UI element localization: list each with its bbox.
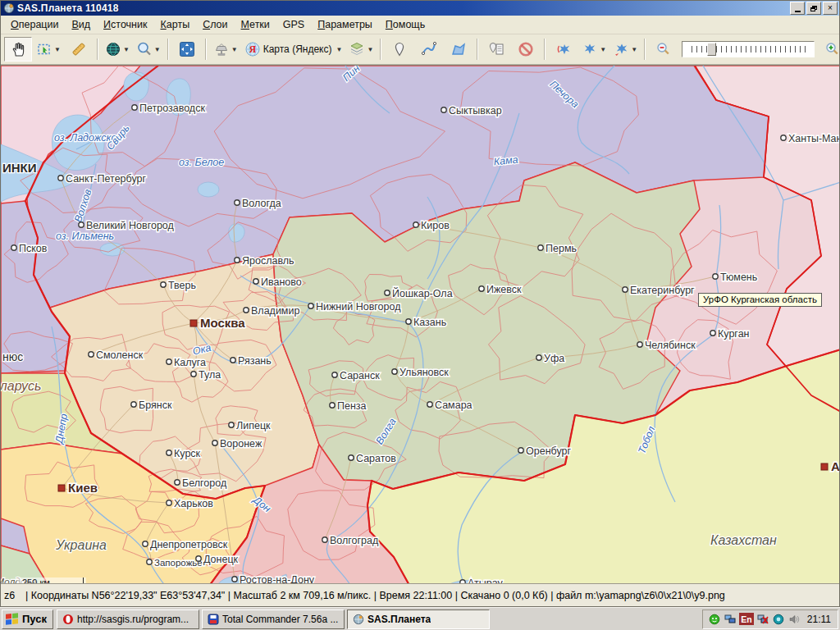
city-marker xyxy=(538,245,543,250)
city-label: Пенза xyxy=(337,400,367,412)
toolbar-separator xyxy=(644,39,646,60)
capital-marker xyxy=(190,320,197,326)
qip-icon[interactable] xyxy=(708,613,721,626)
ruler-button[interactable] xyxy=(65,37,93,62)
city-label: Брянск xyxy=(139,399,172,411)
city-label: Киев xyxy=(68,481,98,495)
start-button[interactable]: Пуск xyxy=(2,609,53,629)
city-label: Ростов-на-Дону xyxy=(240,574,315,584)
taskbar-task-2[interactable]: SAS.Планета xyxy=(347,609,490,629)
city-label: Ижевск xyxy=(486,284,522,295)
menu-item-4[interactable]: Слои xyxy=(196,17,234,32)
menu-item-1[interactable]: Вид xyxy=(65,17,97,32)
no-entry-icon xyxy=(518,41,534,57)
toolbar-separator xyxy=(477,39,478,60)
dropdown-arrow-icon[interactable]: ▼ xyxy=(54,46,61,53)
menu-item-3[interactable]: Карты xyxy=(153,17,196,32)
total-commander-icon xyxy=(208,614,219,625)
search-button[interactable]: ▼ xyxy=(134,37,163,62)
layers-button[interactable]: ▼ xyxy=(346,37,376,62)
map-canvas[interactable]: УкраинаКазахстанБеларусьМолдоваИНКИнюс о… xyxy=(1,66,839,583)
city-marker xyxy=(235,258,240,262)
city-label: А xyxy=(831,459,839,473)
task-label: SAS.Планета xyxy=(368,614,431,625)
taskbar-task-0[interactable]: http://sasgis.ru/program... xyxy=(57,609,199,629)
city-label: Вологда xyxy=(242,198,281,209)
city-label: Харьков xyxy=(174,498,213,509)
toolbar-separator xyxy=(167,39,169,60)
dropdown-arrow-icon[interactable]: ▼ xyxy=(154,46,161,53)
city-marker xyxy=(132,105,137,110)
selection-button[interactable]: ▼ xyxy=(34,37,63,62)
placemark-list-button[interactable] xyxy=(482,37,510,62)
polygon-icon xyxy=(450,41,467,57)
city-marker xyxy=(713,274,718,279)
minimize-icon xyxy=(795,11,801,12)
dropdown-arrow-icon[interactable]: ▼ xyxy=(123,46,130,53)
scale-label: 250 км xyxy=(22,578,50,583)
gps-follow-button[interactable]: ▼ xyxy=(610,37,640,62)
pan-button[interactable] xyxy=(4,37,32,62)
city-marker xyxy=(427,402,432,407)
city-marker xyxy=(161,282,166,287)
area-label: Беларусь xyxy=(1,379,41,393)
city-marker xyxy=(385,290,390,295)
zoom-slider[interactable] xyxy=(682,41,815,57)
path-button[interactable] xyxy=(415,37,443,62)
city-marker xyxy=(11,245,16,250)
network-offline-icon[interactable] xyxy=(756,613,769,626)
menu-item-0[interactable]: Операции xyxy=(4,17,65,32)
fullscreen-button[interactable] xyxy=(173,37,201,62)
close-button[interactable]: × xyxy=(823,2,838,15)
city-label: Киров xyxy=(421,220,450,231)
city-label: Саранск xyxy=(340,370,380,381)
media-icon[interactable] xyxy=(772,613,785,626)
title-bar[interactable]: SAS.Планета 110418 × xyxy=(1,1,839,16)
city-label: Санкт-Петербург xyxy=(66,173,146,185)
map-viewport[interactable]: УкраинаКазахстанБеларусьМолдоваИНКИнюс о… xyxy=(1,65,839,583)
zoom-in-button[interactable] xyxy=(819,37,840,62)
menu-item-6[interactable]: GPS xyxy=(276,17,311,32)
network-icon[interactable] xyxy=(724,613,737,626)
polygon-button[interactable] xyxy=(445,37,472,62)
toolbar-separator xyxy=(205,39,207,60)
disable-button[interactable] xyxy=(512,37,540,62)
dropdown-arrow-icon[interactable]: ▼ xyxy=(231,46,238,53)
dropdown-arrow-icon[interactable]: ▼ xyxy=(367,46,373,53)
menu-item-8[interactable]: Помощь xyxy=(379,17,431,32)
placemark-button[interactable] xyxy=(386,37,413,62)
city-label: Ярославль xyxy=(242,255,294,267)
city-marker xyxy=(79,222,84,227)
city-marker xyxy=(536,355,541,360)
download-button[interactable]: ▼ xyxy=(211,37,240,62)
area-label: ИНКИ xyxy=(2,161,37,175)
dropdown-arrow-icon[interactable]: ▼ xyxy=(600,46,606,53)
hand-icon xyxy=(10,41,26,57)
city-marker xyxy=(710,331,715,336)
gps-connect-button[interactable] xyxy=(550,37,578,62)
task-label: http://sasgis.ru/program... xyxy=(77,614,189,625)
globe-icon xyxy=(105,41,121,57)
menu-item-2[interactable]: Источник xyxy=(97,17,153,32)
taskbar-task-1[interactable]: Total Commander 7.56a ... xyxy=(202,609,345,629)
zoom-out-button[interactable] xyxy=(650,37,678,62)
datasource-button[interactable]: ▼ xyxy=(103,37,132,62)
dropdown-arrow-icon[interactable]: ▼ xyxy=(336,46,342,53)
scale-ruler: 250 км xyxy=(17,578,86,583)
menu-item-5[interactable]: Метки xyxy=(235,17,276,32)
city-label: Оренбург xyxy=(526,445,571,457)
gps-track-button[interactable]: ▼ xyxy=(579,37,609,62)
menu-item-7[interactable]: Параметры xyxy=(311,17,379,32)
toolbar-separator xyxy=(380,39,381,60)
dropdown-arrow-icon[interactable]: ▼ xyxy=(631,46,637,53)
zoom-slider-thumb[interactable] xyxy=(707,43,716,56)
map-source-button[interactable]: ЯКарта (Яндекс)▼ xyxy=(242,37,345,62)
select-icon xyxy=(36,41,52,57)
volume-icon[interactable] xyxy=(788,613,801,626)
language-indicator[interactable]: En xyxy=(739,613,754,625)
sas-icon xyxy=(353,614,364,625)
restore-button[interactable] xyxy=(806,2,821,15)
city-label: Челябинск xyxy=(645,340,696,351)
minimize-button[interactable] xyxy=(790,2,805,15)
area-label: нюс xyxy=(2,350,23,363)
